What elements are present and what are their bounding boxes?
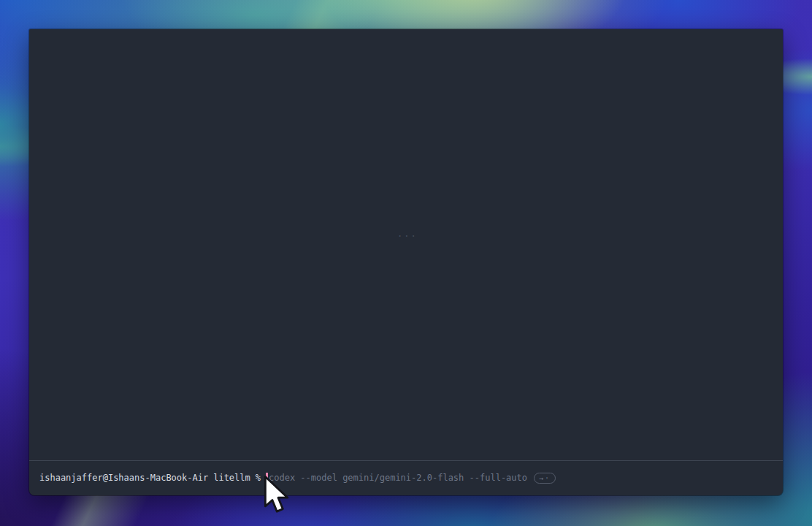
terminal-window[interactable]: ··· ishaanjaffer@Ishaans-MacBook-Air lit… [29,29,783,495]
prompt-directory: litellm [213,473,250,483]
autosuggestion-text: codex --model gemini/gemini-2.0-flash --… [269,473,527,483]
text-caret [266,473,268,484]
prompt-symbol: % [256,473,261,483]
command-prompt-line[interactable]: ishaanjaffer@Ishaans-MacBook-Air litellm… [39,461,775,495]
terminal-screen[interactable]: ··· [29,29,783,460]
loading-ellipsis: ··· [397,231,418,241]
prompt-user-host: ishaanjaffer@Ishaans-MacBook-Air [39,473,208,483]
accept-suggestion-hint-pill: →· [534,473,556,484]
